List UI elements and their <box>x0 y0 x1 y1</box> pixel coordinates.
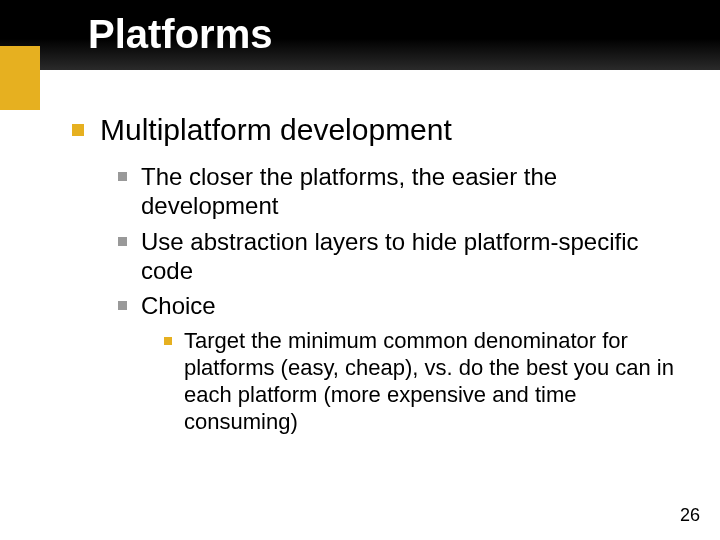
slide-title: Platforms <box>88 12 273 57</box>
bullet-l2: Use abstraction layers to hide platform-… <box>118 227 692 286</box>
bullet-l2: The closer the platforms, the easier the… <box>118 162 692 221</box>
bullet-l1-text: Multiplatform development <box>100 112 452 148</box>
bullet-l2: Choice <box>118 291 692 320</box>
square-bullet-icon <box>72 124 84 136</box>
page-number: 26 <box>680 505 700 526</box>
bullet-l2-text: Use abstraction layers to hide platform-… <box>141 227 692 286</box>
slide: Platforms Multiplatform development The … <box>0 0 720 540</box>
bullet-l1: Multiplatform development <box>72 112 692 148</box>
bullet-l2-text: Choice <box>141 291 216 320</box>
square-bullet-icon <box>118 172 127 181</box>
bullet-l3-group: Target the minimum common denominator fo… <box>164 328 692 435</box>
bullet-l3-text: Target the minimum common denominator fo… <box>184 328 692 435</box>
slide-content: Multiplatform development The closer the… <box>72 112 692 436</box>
square-bullet-icon <box>164 337 172 345</box>
square-bullet-icon <box>118 237 127 246</box>
bullet-l2-group: The closer the platforms, the easier the… <box>118 162 692 436</box>
accent-block <box>0 46 40 110</box>
square-bullet-icon <box>118 301 127 310</box>
bullet-l3: Target the minimum common denominator fo… <box>164 328 692 435</box>
bullet-l2-text: The closer the platforms, the easier the… <box>141 162 692 221</box>
